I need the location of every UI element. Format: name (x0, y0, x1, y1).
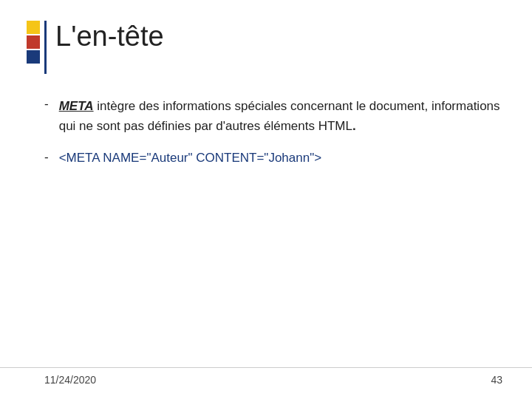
bullet-item-2: - <META NAME="Auteur" CONTENT="Johann"> (44, 149, 502, 166)
bold-dot: . (352, 119, 356, 133)
bullet-dash-1: - (44, 97, 49, 112)
bullet-text-1-content: intègre des informations spéciales conce… (59, 99, 500, 133)
slide-title: L'en-tête (55, 21, 164, 52)
vertical-line (44, 21, 47, 74)
footer-line (0, 367, 532, 368)
decorative-squares (27, 21, 40, 65)
code-line: <META NAME="Auteur" CONTENT="Johann"> (59, 151, 321, 166)
square-blue (27, 50, 40, 64)
slide: L'en-tête - META intègre des information… (0, 0, 532, 399)
bullet-text-1: META intègre des informations spéciales … (59, 96, 502, 136)
footer-page-number: 43 (491, 374, 502, 386)
bullet-item-1: - META intègre des informations spéciale… (44, 96, 502, 136)
footer-date: 11/24/2020 (44, 374, 96, 386)
meta-keyword: META (59, 99, 94, 113)
content-area: - META intègre des informations spéciale… (44, 96, 502, 179)
bullet-dash-2: - (44, 150, 49, 165)
square-yellow (27, 21, 40, 34)
square-red (27, 35, 40, 49)
footer: 11/24/2020 43 (44, 374, 502, 386)
